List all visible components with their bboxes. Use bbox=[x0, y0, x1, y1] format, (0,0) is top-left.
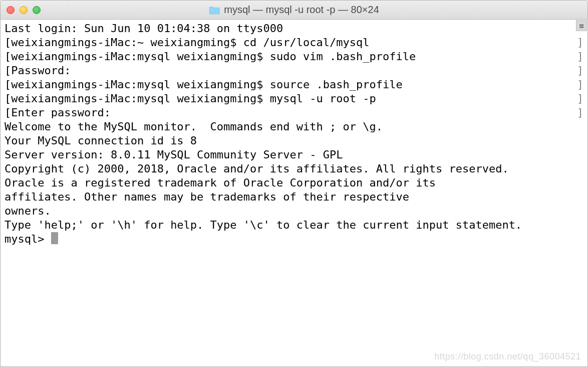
terminal-line: Oracle is a registered trademark of Orac… bbox=[5, 176, 583, 190]
terminal-line: [Enter password:] bbox=[5, 106, 583, 120]
terminal-line: Your MySQL connection id is 8 bbox=[5, 134, 583, 148]
line-text: Server version: 8.0.11 MySQL Community S… bbox=[5, 148, 343, 161]
terminal-body[interactable]: Last login: Sun Jun 10 01:04:38 on ttys0… bbox=[1, 20, 587, 366]
right-bracket: ] bbox=[577, 36, 583, 50]
terminal-window: mysql — mysql -u root -p — 80×24 Last lo… bbox=[0, 0, 588, 367]
right-bracket: ] bbox=[577, 92, 583, 106]
right-bracket: ] bbox=[577, 106, 583, 120]
mysql-prompt: mysql> bbox=[5, 233, 51, 245]
terminal-line: Copyright (c) 2000, 2018, Oracle and/or … bbox=[5, 162, 583, 176]
left-bracket: [ bbox=[5, 92, 11, 106]
close-button[interactable] bbox=[7, 6, 15, 14]
line-text: weixiangmings-iMac:mysql weixiangming$ s… bbox=[11, 78, 402, 92]
window-title: mysql — mysql -u root -p — 80×24 bbox=[224, 4, 379, 16]
left-bracket: [ bbox=[5, 106, 11, 120]
line-text: weixiangmings-iMac:mysql weixiangming$ m… bbox=[11, 92, 376, 106]
line-text: Welcome to the MySQL monitor. Commands e… bbox=[5, 120, 383, 133]
right-bracket: ] bbox=[577, 78, 583, 92]
terminal-line: affiliates. Other names may be trademark… bbox=[5, 190, 583, 204]
folder-icon bbox=[209, 6, 220, 15]
line-text: Last login: Sun Jun 10 01:04:38 on ttys0… bbox=[5, 22, 283, 35]
terminal-line: [weixiangmings-iMac:mysql weixiangming$ … bbox=[5, 92, 583, 106]
hamburger-icon: ≡ bbox=[579, 21, 584, 31]
cursor bbox=[51, 232, 58, 244]
line-text: weixiangmings-iMac:~ weixiangming$ cd /u… bbox=[11, 36, 369, 50]
prompt-line[interactable]: mysql> bbox=[5, 232, 583, 246]
line-text: owners. bbox=[5, 205, 51, 217]
left-bracket: [ bbox=[5, 78, 11, 92]
maximize-button[interactable] bbox=[33, 6, 41, 14]
terminal-line: [Password:] bbox=[5, 64, 583, 78]
line-text: weixiangmings-iMac:mysql weixiangming$ s… bbox=[11, 50, 416, 64]
terminal-line: [weixiangmings-iMac:~ weixiangming$ cd /… bbox=[5, 36, 583, 50]
terminal-line: [weixiangmings-iMac:mysql weixiangming$ … bbox=[5, 50, 583, 64]
minimize-button[interactable] bbox=[20, 6, 28, 14]
titlebar[interactable]: mysql — mysql -u root -p — 80×24 bbox=[1, 1, 587, 20]
terminal-line: Server version: 8.0.11 MySQL Community S… bbox=[5, 148, 583, 162]
left-bracket: [ bbox=[5, 64, 11, 78]
right-bracket: ] bbox=[577, 50, 583, 64]
line-text: Oracle is a registered trademark of Orac… bbox=[5, 176, 436, 189]
line-text: Your MySQL connection id is 8 bbox=[5, 134, 197, 147]
line-text: Password: bbox=[11, 64, 71, 78]
terminal-line: owners. bbox=[5, 204, 583, 218]
terminal-line: [weixiangmings-iMac:mysql weixiangming$ … bbox=[5, 78, 583, 92]
right-bracket: ] bbox=[577, 64, 583, 78]
terminal-line: Last login: Sun Jun 10 01:04:38 on ttys0… bbox=[5, 22, 583, 36]
scroll-indicator[interactable]: ≡ bbox=[576, 20, 587, 31]
line-text: affiliates. Other names may be trademark… bbox=[5, 191, 409, 203]
traffic-lights bbox=[7, 6, 41, 14]
line-text: Copyright (c) 2000, 2018, Oracle and/or … bbox=[5, 162, 509, 175]
terminal-line: Welcome to the MySQL monitor. Commands e… bbox=[5, 120, 583, 134]
window-title-group: mysql — mysql -u root -p — 80×24 bbox=[209, 4, 379, 16]
line-text: Enter password: bbox=[11, 106, 111, 120]
line-text: Type 'help;' or '\h' for help. Type '\c'… bbox=[5, 219, 522, 231]
left-bracket: [ bbox=[5, 36, 11, 50]
left-bracket: [ bbox=[5, 50, 11, 64]
terminal-line: Type 'help;' or '\h' for help. Type '\c'… bbox=[5, 218, 583, 232]
